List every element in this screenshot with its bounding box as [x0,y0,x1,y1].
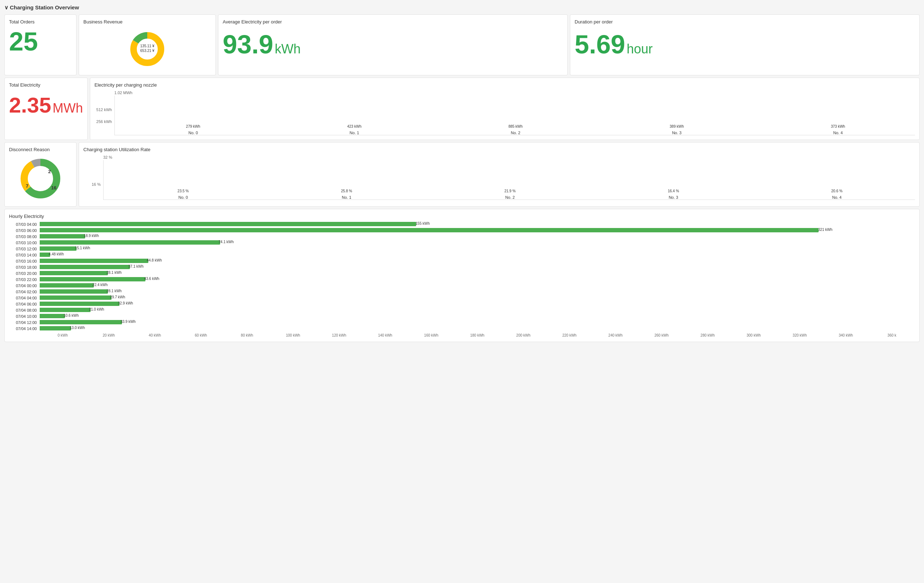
hourly-x-label: 160 kWh [408,333,454,337]
hourly-bar-value-label: 18.9 kWh [84,234,99,238]
hourly-bar-fill: 43.6 kWh [40,277,145,282]
hourly-time-label: 07/04 02:00 [9,290,40,294]
hourly-bar-fill: 74.1 kWh [40,240,220,245]
hourly-row: 07/03 14:004.48 kWh [9,252,915,258]
bar-group: 389 kWhNo. 3 [600,125,754,135]
dashboard: ∨ Charging Station Overview Total Orders… [0,0,924,349]
hourly-bar-value-label: 44.8 kWh [147,258,162,262]
hourly-bar-wrap: 10.6 kWh [40,314,915,319]
hourly-x-label: 200 kWh [500,333,546,337]
svg-text:135.11 ¥: 135.11 ¥ [140,44,155,48]
card-duration: Duration per order 5.69 hour [570,15,920,76]
hourly-bar-fill: 33.9 kWh [40,320,122,324]
util-bar-top-label: 25.8 % [341,189,352,193]
hourly-row: 07/03 12:0015.1 kWh [9,246,915,252]
util-bar-top-label: 23.5 % [178,189,189,193]
util-bar-bottom-label: No. 3 [669,195,678,199]
util-bar-bottom-label: No. 1 [342,195,351,199]
total-electricity-label: Total Electricity [9,82,83,88]
hourly-time-label: 07/04 06:00 [9,302,40,306]
hourly-x-axis: 0 kWh20 kWh40 kWh60 kWh80 kWh100 kWh120 … [9,333,915,337]
hourly-row: 07/03 20:0028.1 kWh [9,271,915,276]
util-y-low: 16 % [92,182,101,186]
hourly-time-label: 07/03 12:00 [9,247,40,251]
page-title: ∨ Charging Station Overview [4,4,920,11]
row1: Total Orders 25 Business Revenue 135.11 … [4,15,920,76]
hourly-bar-wrap: 4.48 kWh [40,252,915,258]
bar-top-label: 373 kWh [831,125,845,128]
bar-bottom-label: No. 0 [188,130,198,135]
hourly-bar-fill: 28.1 kWh [40,271,108,275]
hourly-bar-wrap: 28.1 kWh [40,289,915,295]
svg-text:16: 16 [51,185,56,191]
revenue-label: Business Revenue [83,19,211,25]
hourly-x-label: 80 kWh [224,333,271,337]
hourly-bar-fill: 37.1 kWh [40,265,130,269]
bar-bottom-label: No. 4 [833,130,843,135]
hourly-row: 07/03 10:0074.1 kWh [9,240,915,245]
hourly-bar-wrap: 18.9 kWh [40,234,915,239]
hourly-time-label: 07/03 14:00 [9,253,40,257]
hourly-bar-wrap: 22.4 kWh [40,283,915,288]
bar-bottom-label: No. 2 [511,130,520,135]
hourly-row: 07/04 06:0032.9 kWh [9,301,915,307]
elec-nozzle-chart: 1.02 MWh 512 kWh 256 kWh 279 kWhNo. 0423… [94,91,915,135]
hourly-row: 07/03 18:0037.1 kWh [9,265,915,270]
util-bar-bottom-label: No. 4 [832,195,842,199]
utilization-chart: 32 % 16 % 23.5 %No. 025.8 %No. 121.9 %No… [83,155,915,200]
util-bar-group: 25.8 %No. 1 [269,189,425,199]
hourly-time-label: 07/03 20:00 [9,271,40,276]
bar-top-label: 885 kWh [508,125,523,128]
util-bar-top-label: 21.9 % [504,189,515,193]
hourly-time-label: 07/03 08:00 [9,234,40,239]
hourly-x-label: 140 kWh [362,333,408,337]
hourly-bar-value-label: 155 kWh [416,222,429,226]
hourly-bar-value-label: 33.9 kWh [120,319,136,324]
hourly-row: 07/04 08:0021.0 kWh [9,308,915,313]
bar-bottom-label: No. 3 [672,130,681,135]
util-bar-group: 21.9 %No. 2 [432,189,588,199]
hourly-bar-value-label: 28.1 kWh [106,289,122,293]
hourly-x-label: 240 kWh [593,333,639,337]
hourly-row: 07/03 08:0018.9 kWh [9,234,915,239]
hourly-row: 07/03 04:00155 kWh [9,222,915,227]
hourly-bar-fill: 13.0 kWh [40,326,71,331]
hourly-x-label: 60 kWh [178,333,224,337]
util-bars-container: 23.5 %No. 025.8 %No. 121.9 %No. 216.4 %N… [103,160,915,200]
hourly-chart: 07/03 04:00155 kWh07/03 06:00321 kWh07/0… [9,222,915,331]
disconnect-donut-wrapper: 2 7 16 [9,155,72,202]
hourly-row: 07/04 04:0029.7 kWh [9,295,915,301]
hourly-time-label: 07/04 04:00 [9,296,40,300]
card-revenue: Business Revenue 135.11 ¥ 653.21 ¥ [79,15,216,76]
duration-unit: hour [627,41,653,57]
hourly-bar-wrap: 155 kWh [40,222,915,227]
hourly-bar-value-label: 321 kWh [818,228,832,232]
y-label-top: 1.02 MWh [114,91,915,95]
hourly-x-label: 120 kWh [316,333,362,337]
hourly-bar-value-label: 22.4 kWh [92,283,107,287]
hourly-row: 07/04 02:0028.1 kWh [9,289,915,295]
total-electricity-value: 2.35 [9,94,51,117]
hourly-time-label: 07/04 14:00 [9,326,40,331]
hourly-label: Hourly Electricity [9,214,915,219]
hourly-bar-wrap: 21.0 kWh [40,308,915,313]
card-total-orders: Total Orders 25 [4,15,76,76]
y-label-mid: 512 kWh [96,107,112,112]
card-avg-electricity: Average Electricity per order 93.9 kWh [218,15,568,76]
bar-group: 373 kWhNo. 4 [761,125,915,135]
card-total-electricity: Total Electricity 2.35 MWh [4,77,88,140]
hourly-time-label: 07/04 08:00 [9,308,40,313]
hourly-bar-fill: 28.1 kWh [40,289,108,294]
hourly-row: 07/04 12:0033.9 kWh [9,320,915,325]
hourly-time-label: 07/04 10:00 [9,314,40,319]
hourly-bar-value-label: 43.6 kWh [144,277,159,281]
hourly-bar-fill: 29.7 kWh [40,295,112,300]
hourly-bar-value-label: 21.0 kWh [89,307,104,311]
hourly-time-label: 07/03 06:00 [9,228,40,233]
hourly-x-label: 220 kWh [546,333,593,337]
hourly-bar-wrap: 321 kWh [40,228,915,233]
hourly-x-label: 360 k [869,333,915,337]
bar-group: 885 kWhNo. 2 [439,125,593,135]
util-bar-bottom-label: No. 2 [505,195,515,199]
total-electricity-unit: MWh [53,100,83,116]
